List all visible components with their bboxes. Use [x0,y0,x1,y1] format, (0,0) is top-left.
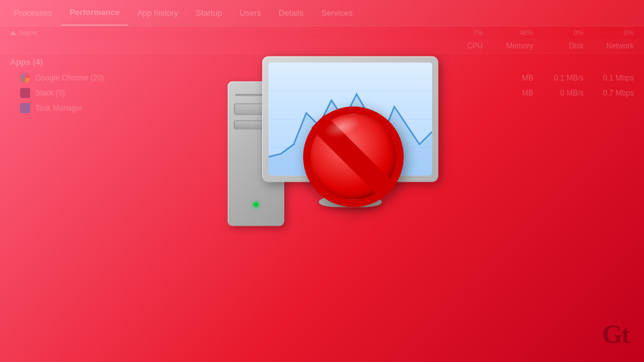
tab-services[interactable]: Services [313,0,362,26]
tab-startup[interactable]: Startup [187,0,231,26]
memory-percent: 48% [483,29,533,36]
taskmanager-icon [20,103,30,113]
tab-users[interactable]: Users [231,0,270,26]
chrome-disk: 0.1 MB/s [533,74,584,82]
tab-performance[interactable]: Performance [61,0,128,26]
tab-details[interactable]: Details [270,0,313,26]
tab-app-history[interactable]: App history [128,0,187,26]
tab-list: Processes Performance App history Startu… [5,0,362,26]
chrome-memory: MB [483,74,533,82]
chrome-icon [20,73,30,83]
cpu-percent: 7% [433,29,483,36]
tower-power-led [253,202,258,207]
chrome-network: 0.1 Mbps [584,74,634,82]
prohibition-sign [303,107,404,207]
slack-memory: MB [483,89,533,97]
header-disk[interactable]: Disk [533,41,584,50]
column-name-label: Name [19,29,433,36]
slack-network: 0.7 Mbps [584,89,634,97]
tab-processes[interactable]: Processes [5,0,61,26]
chevron-up-icon [10,31,16,35]
task-manager-titlebar: Processes Performance App history Startu… [0,0,644,26]
disk-percent: 0% [533,29,584,36]
illustration [171,44,473,308]
slack-label: Slack (3) [35,89,65,97]
network-percent: 0% [584,29,634,36]
prohibition-circle [303,107,404,207]
header-network[interactable]: Network [584,41,634,50]
slack-icon [20,88,30,98]
guiding-tech-logo: Gt [602,319,629,349]
header-memory[interactable]: Memory [483,41,533,50]
taskmanager-label: Task Manager [35,104,82,112]
chrome-label: Google Chrome (20) [35,74,104,82]
slack-disk: 0 MB/s [533,89,584,97]
